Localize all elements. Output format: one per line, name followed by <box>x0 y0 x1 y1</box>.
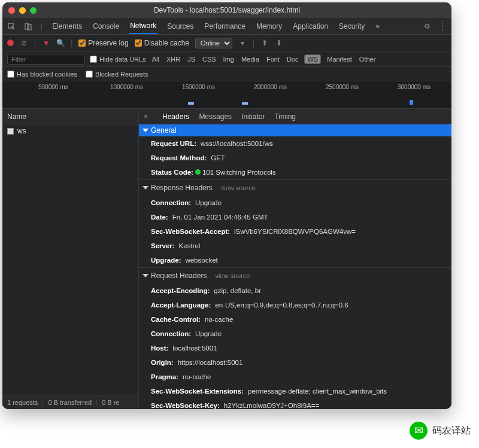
timeline-mark <box>410 100 413 105</box>
detail-pane: × Headers Messages Initiator Timing Gene… <box>139 109 451 409</box>
chevron-down-icon <box>143 129 148 132</box>
filter-other[interactable]: Other <box>358 55 377 63</box>
resources: 0 B re <box>102 399 124 406</box>
tab-messages[interactable]: Messages <box>199 112 232 121</box>
status-bar: 1 requests 0 B transferred 0 B re <box>2 395 138 409</box>
filter-manifest[interactable]: Manifest <box>326 55 353 63</box>
tab-application[interactable]: Application <box>292 22 329 31</box>
tab-sources[interactable]: Sources <box>166 22 195 31</box>
upload-icon[interactable]: ⬆ <box>260 39 269 47</box>
record-icon[interactable] <box>7 39 14 46</box>
section-request[interactable]: Request Headersview source <box>139 267 451 284</box>
watermark-text: 码农译站 <box>432 425 471 437</box>
blocked-cookies-checkbox[interactable]: Has blocked cookies <box>7 71 77 78</box>
file-icon <box>7 128 14 135</box>
tab-more[interactable]: » <box>374 22 381 31</box>
hide-data-urls-checkbox[interactable]: Hide data URLs <box>90 56 146 63</box>
tab-headers[interactable]: Headers <box>162 112 189 121</box>
download-icon[interactable]: ⬇ <box>275 39 283 47</box>
timeline-mark <box>188 102 194 105</box>
detail-body: General Request URL: wss://localhost:500… <box>139 124 451 409</box>
request-row[interactable]: ws <box>2 124 138 138</box>
close-detail-icon[interactable]: × <box>144 112 148 121</box>
gear-icon[interactable]: ⚙ <box>423 22 431 31</box>
chevron-down-icon <box>143 274 148 278</box>
watermark: ✉ 码农译站 <box>410 422 471 440</box>
filter-input[interactable] <box>7 54 85 65</box>
tab-memory[interactable]: Memory <box>255 22 283 31</box>
detail-tabs: × Headers Messages Initiator Timing <box>139 109 451 124</box>
tab-security[interactable]: Security <box>338 22 366 31</box>
tab-console[interactable]: Console <box>92 22 120 31</box>
transferred: 0 B transferred <box>48 399 97 406</box>
kebab-icon[interactable]: ⋮ <box>438 22 447 31</box>
blocked-requests-checkbox[interactable]: Blocked Requests <box>86 71 148 78</box>
name-header[interactable]: Name <box>2 109 138 124</box>
main-toolbar: | Elements Console Network Sources Perfo… <box>2 18 451 35</box>
name-column: Name ws 1 requests 0 B transferred 0 B r… <box>2 109 139 409</box>
window-title: DevTools - localhost:5001/swagger/index.… <box>2 6 451 14</box>
search-icon[interactable]: 🔍 <box>56 39 65 47</box>
filter-css[interactable]: CSS <box>201 55 217 63</box>
throttle-select[interactable]: Online <box>195 38 232 48</box>
filter-icon[interactable]: ▼ <box>42 39 50 47</box>
devtools-window: DevTools - localhost:5001/swagger/index.… <box>2 2 451 409</box>
clear-icon[interactable]: ⊘ <box>20 39 28 47</box>
chevron-down-icon <box>143 186 148 190</box>
filter-bar: Hide data URLs All XHR JS CSS Img Media … <box>2 51 451 67</box>
filter-img[interactable]: Img <box>222 55 235 63</box>
section-response[interactable]: Response Headersview source <box>139 179 451 196</box>
request-count: 1 requests <box>7 399 43 406</box>
tick: 500000 ms <box>38 84 68 90</box>
filter-xhr[interactable]: XHR <box>165 55 181 63</box>
tab-network[interactable]: Network <box>129 22 157 34</box>
view-source-link[interactable]: view source <box>221 184 256 191</box>
tick: 1000000 ms <box>110 84 143 90</box>
inspect-icon[interactable] <box>7 22 16 31</box>
chevron-down-icon[interactable]: ▾ <box>238 39 247 47</box>
filter-media[interactable]: Media <box>240 55 260 63</box>
wechat-icon: ✉ <box>410 422 428 440</box>
tab-performance[interactable]: Performance <box>203 22 247 31</box>
filter-doc[interactable]: Doc <box>286 55 300 63</box>
titlebar: DevTools - localhost:5001/swagger/index.… <box>2 2 451 18</box>
tab-elements[interactable]: Elements <box>51 22 83 31</box>
tab-timing[interactable]: Timing <box>274 112 296 121</box>
device-icon[interactable] <box>24 22 32 31</box>
tick: 3000000 ms <box>398 84 431 90</box>
filter-js[interactable]: JS <box>186 55 196 63</box>
timeline-mark <box>242 102 248 105</box>
network-subbar: ⊘ | ▼ 🔍 | Preserve log Disable cache Onl… <box>2 35 451 51</box>
tick: 2000000 ms <box>254 84 287 90</box>
preserve-log-checkbox[interactable]: Preserve log <box>78 39 128 47</box>
disable-cache-checkbox[interactable]: Disable cache <box>135 39 189 47</box>
tab-initiator[interactable]: Initiator <box>241 112 265 121</box>
view-source-link[interactable]: view source <box>215 272 250 279</box>
filter-font[interactable]: Font <box>265 55 281 63</box>
tick: 2500000 ms <box>326 84 359 90</box>
request-name: ws <box>17 127 26 135</box>
filter-ws[interactable]: WS <box>304 54 321 64</box>
filter-bar-2: Has blocked cookies Blocked Requests <box>2 67 451 81</box>
timeline[interactable]: 500000 ms 1000000 ms 1500000 ms 2000000 … <box>2 81 451 109</box>
tick: 1500000 ms <box>182 84 215 90</box>
section-general[interactable]: General <box>139 124 451 136</box>
status-dot-icon <box>195 169 201 175</box>
filter-all[interactable]: All <box>151 55 160 63</box>
